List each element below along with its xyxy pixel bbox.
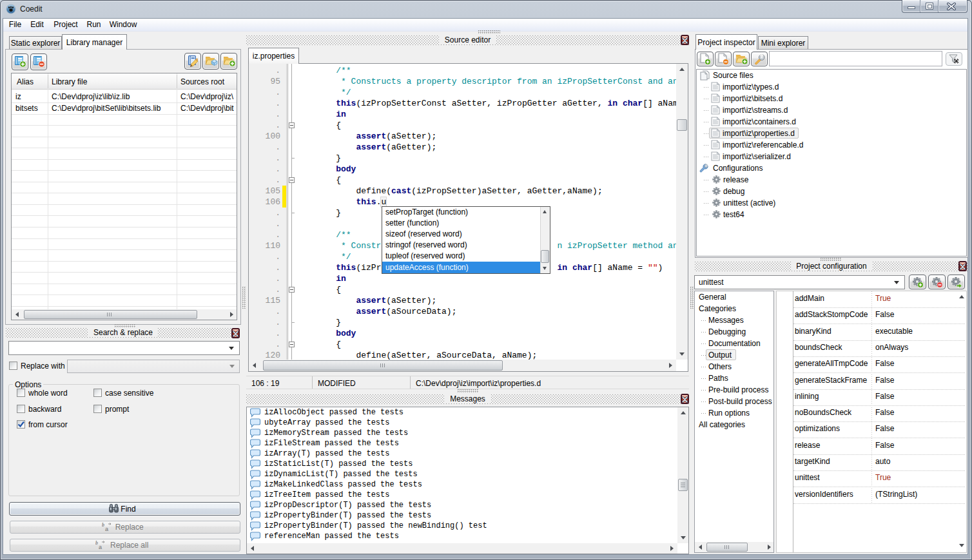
svg-text:a: a [105, 526, 109, 532]
svg-text:b: b [102, 522, 104, 528]
svg-text:b: b [95, 540, 98, 546]
svg-text:a: a [99, 544, 102, 550]
